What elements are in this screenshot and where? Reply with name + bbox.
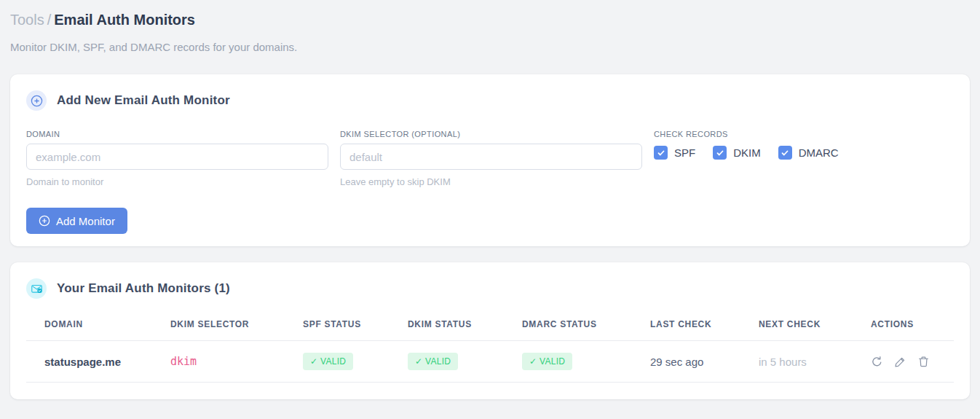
delete-icon[interactable] [917, 356, 930, 368]
dkim-selector-input[interactable] [340, 144, 642, 170]
col-header-dkim-status: DKIM STATUS [408, 313, 522, 341]
spf-checkbox[interactable] [654, 146, 668, 160]
plus-circle-icon [39, 215, 50, 227]
domain-field-group: DOMAIN Domain to monitor [26, 130, 328, 187]
dmarc-status-badge: ✓ VALID [522, 353, 572, 370]
dmarc-checkbox-item[interactable]: DMARC [778, 146, 839, 160]
col-header-domain: DOMAIN [26, 313, 170, 341]
col-header-dkim-selector: DKIM SELECTOR [170, 313, 303, 341]
dkim-selector-field-hint: Leave empty to skip DKIM [340, 176, 642, 187]
add-monitor-card-title: Add New Email Auth Monitor [57, 93, 230, 108]
col-header-next-check: NEXT CHECK [759, 313, 871, 341]
check-records-options: SPF DKIM DMARC [654, 146, 954, 160]
domain-field-label: DOMAIN [26, 130, 328, 138]
monitors-card-header: Your Email Auth Monitors (1) [26, 278, 954, 299]
spf-checkbox-label: SPF [674, 146, 695, 159]
monitor-dkim-selector: dkim [170, 341, 303, 383]
email-check-icon [26, 278, 47, 299]
monitor-next-check: in 5 hours [759, 341, 871, 383]
monitors-table: DOMAIN DKIM SELECTOR SPF STATUS DKIM STA… [26, 313, 954, 383]
page-title: Email Auth Monitors [54, 12, 195, 28]
dkim-selector-field-label: DKIM SELECTOR (OPTIONAL) [340, 130, 642, 138]
dmarc-checkbox-label: DMARC [799, 146, 839, 159]
breadcrumb-tools-link[interactable]: Tools [10, 12, 44, 28]
monitor-actions [871, 356, 948, 368]
dkim-checkbox[interactable] [713, 146, 727, 160]
add-monitor-button[interactable]: Add Monitor [26, 208, 127, 234]
domain-field-hint: Domain to monitor [26, 176, 328, 187]
spf-status-badge: ✓ VALID [303, 353, 353, 370]
monitors-card: Your Email Auth Monitors (1) DOMAIN DKIM… [10, 262, 970, 399]
domain-input[interactable] [26, 144, 328, 170]
col-header-dmarc-status: DMARC STATUS [522, 313, 650, 341]
dkim-checkbox-item[interactable]: DKIM [713, 146, 761, 160]
page-subtitle: Monitor DKIM, SPF, and DMARC records for… [10, 41, 970, 53]
monitors-card-title: Your Email Auth Monitors (1) [57, 281, 230, 296]
monitor-domain: statuspage.me [26, 341, 170, 383]
add-monitor-card-header: Add New Email Auth Monitor [26, 90, 954, 111]
add-monitor-card: Add New Email Auth Monitor DOMAIN Domain… [10, 74, 970, 246]
col-header-last-check: LAST CHECK [650, 313, 759, 341]
add-monitor-form: DOMAIN Domain to monitor DKIM SELECTOR (… [26, 130, 954, 187]
breadcrumb-separator: / [44, 12, 55, 28]
dkim-checkbox-label: DKIM [733, 146, 761, 159]
spf-checkbox-item[interactable]: SPF [654, 146, 695, 160]
dkim-selector-field-group: DKIM SELECTOR (OPTIONAL) Leave empty to … [340, 130, 642, 187]
breadcrumb: Tools/Email Auth Monitors [10, 10, 970, 29]
col-header-spf-status: SPF STATUS [303, 313, 408, 341]
monitor-row: statuspage.me dkim ✓ VALID ✓ VALID ✓ VAL… [26, 341, 954, 383]
refresh-icon[interactable] [871, 356, 883, 368]
add-monitor-button-label: Add Monitor [56, 215, 115, 227]
monitors-table-header-row: DOMAIN DKIM SELECTOR SPF STATUS DKIM STA… [26, 313, 954, 341]
edit-icon[interactable] [894, 356, 906, 368]
check-records-group: CHECK RECORDS SPF DKIM [654, 130, 954, 187]
email-auth-monitors-page: Tools/Email Auth Monitors Monitor DKIM, … [0, 0, 980, 399]
check-records-label: CHECK RECORDS [654, 130, 954, 138]
col-header-actions: ACTIONS [871, 313, 954, 341]
monitor-last-check: 29 sec ago [650, 341, 759, 383]
dkim-status-badge: ✓ VALID [408, 353, 458, 370]
plus-circle-icon [26, 90, 47, 111]
dmarc-checkbox[interactable] [778, 146, 792, 160]
